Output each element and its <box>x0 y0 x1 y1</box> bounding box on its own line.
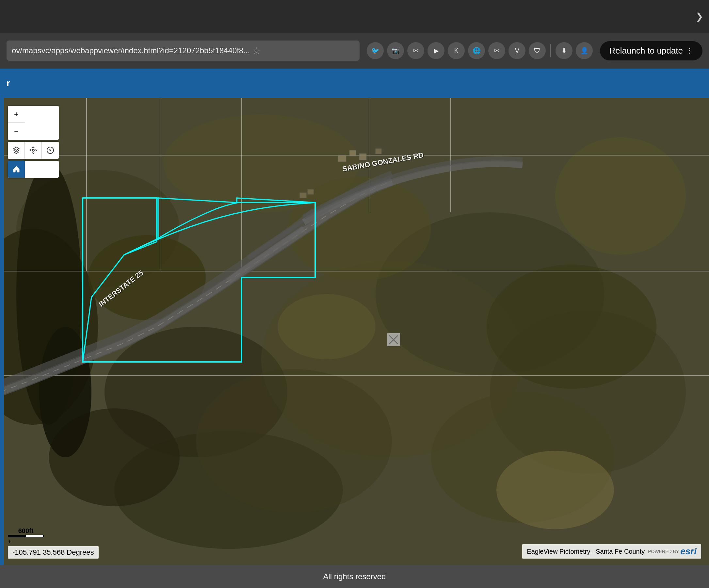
map-attribution: EagleView Pictometry · Santa Fe County P… <box>522 544 701 559</box>
coordinates-text: -105.791 35.568 Degrees <box>12 548 94 556</box>
extension-icon-5[interactable]: K <box>448 42 465 59</box>
footer-text: All rights reserved <box>323 572 386 581</box>
esri-logo: esri <box>680 546 697 557</box>
svg-rect-30 <box>338 155 346 162</box>
relaunch-menu-icon: ⋮ <box>686 46 693 55</box>
svg-rect-33 <box>375 149 382 154</box>
svg-point-16 <box>496 451 614 529</box>
map-svg-layer: SABINO GONZALES RD INTERSTATE 25 <box>0 98 709 565</box>
address-bar[interactable]: ov/mapsvc/apps/webappviewer/index.html?i… <box>6 41 360 61</box>
browser-top-bar: ❯ <box>0 0 709 33</box>
toolbar-divider <box>550 44 551 57</box>
home-control <box>8 161 59 178</box>
svg-point-17 <box>278 294 375 359</box>
footer: All rights reserved <box>0 565 709 588</box>
attribution-text: EagleView Pictometry · Santa Fe County <box>527 548 645 555</box>
browser-toolbar: ov/mapsvc/apps/webappviewer/index.html?i… <box>0 33 709 69</box>
svg-point-6 <box>555 137 686 255</box>
app-header: r <box>0 69 709 98</box>
address-text: ov/mapsvc/apps/webappviewer/index.html?i… <box>12 46 250 55</box>
extent-button[interactable] <box>25 142 42 159</box>
zoom-out-button[interactable]: − <box>8 123 25 140</box>
zoom-control: + − <box>8 106 59 140</box>
extension-icon-6[interactable]: 🌐 <box>468 42 485 59</box>
extension-icon-1[interactable]: 🐦 <box>367 42 384 59</box>
extension-icon-3[interactable]: ✉ <box>407 42 424 59</box>
app-title: r <box>6 78 10 88</box>
svg-point-44 <box>32 149 34 151</box>
extension-icon-9[interactable]: 🛡 <box>529 42 546 59</box>
relaunch-button[interactable]: Relaunch to update ⋮ <box>600 41 703 60</box>
powered-by-text: POWERED BY <box>648 549 679 554</box>
svg-rect-32 <box>359 154 366 160</box>
extension-icon-4[interactable]: ▶ <box>427 42 444 59</box>
scale-bar: 600ft + <box>8 527 44 545</box>
home-button[interactable] <box>8 161 25 178</box>
map-container[interactable]: SABINO GONZALES RD INTERSTATE 25 <box>0 98 709 565</box>
svg-rect-35 <box>308 189 314 194</box>
extension-icon-8[interactable]: V <box>508 42 525 59</box>
toolbar-icons: 🐦 📷 ✉ ▶ K 🌐 ✉ V 🛡 ⬇ 👤 <box>367 42 593 59</box>
browser-chevron-icon[interactable]: ❯ <box>689 0 709 33</box>
svg-point-19 <box>39 327 91 457</box>
svg-point-15 <box>196 369 392 513</box>
map-controls: + − <box>8 106 59 178</box>
svg-rect-34 <box>300 193 306 198</box>
compass-button[interactable] <box>42 142 59 159</box>
profile-icon[interactable]: 👤 <box>576 42 593 59</box>
bookmark-icon[interactable]: ☆ <box>253 45 261 56</box>
coordinates-display: -105.791 35.568 Degrees <box>8 546 99 559</box>
svg-point-13 <box>487 264 656 389</box>
extension-icon-2[interactable]: 📷 <box>387 42 404 59</box>
zoom-in-button[interactable]: + <box>8 106 25 123</box>
extension-icon-7[interactable]: ✉ <box>488 42 505 59</box>
svg-rect-31 <box>349 150 356 156</box>
scale-label: 600ft <box>8 527 44 535</box>
relaunch-label: Relaunch to update <box>609 46 683 56</box>
layer-controls <box>8 142 59 159</box>
side-panel-collapsed[interactable] <box>0 98 4 565</box>
layers-button[interactable] <box>8 142 25 159</box>
download-icon[interactable]: ⬇ <box>555 42 573 59</box>
